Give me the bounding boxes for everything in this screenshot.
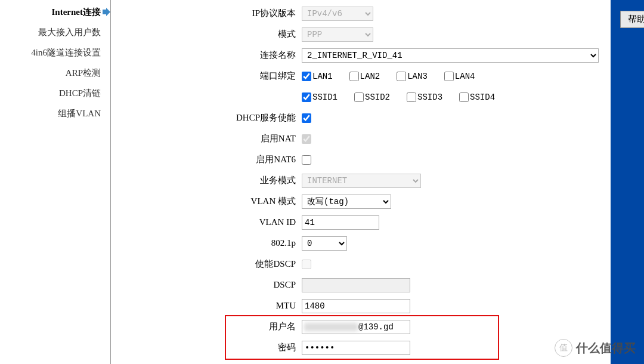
checkbox-lan3[interactable] <box>397 72 406 81</box>
checkbox-ssid1[interactable] <box>302 92 311 102</box>
checkbox-ssid2[interactable] <box>354 92 364 102</box>
username-suffix: @139.gd <box>358 322 394 332</box>
checkbox-label-ssid1: SSID1 <box>312 92 338 102</box>
label-vlan-id: VLAN ID <box>129 217 302 227</box>
main-form: IP协议版本 IPv4/v6 模式 PPP 连接名称 2_INTERNET_R_… <box>111 0 611 364</box>
checkbox-label-lan1: LAN1 <box>312 72 333 81</box>
svg-marker-0 <box>103 8 110 16</box>
checkbox-lan2[interactable] <box>349 72 359 81</box>
checkbox-nat <box>302 134 311 144</box>
checkbox-label-lan3: LAN3 <box>407 72 428 81</box>
label-mtu: MTU <box>129 301 302 311</box>
select-vlan-mode[interactable]: 改写(tag) <box>302 195 391 209</box>
label-dscp-enable: 使能DSCP <box>129 258 302 270</box>
select-8021p[interactable]: 0 <box>302 236 347 251</box>
username-masked-part <box>305 323 358 331</box>
watermark-icon: 值 <box>555 339 572 357</box>
sidebar-item-dhcpclear[interactable]: DHCP清链 <box>0 83 110 103</box>
input-mtu[interactable] <box>302 299 410 313</box>
input-username[interactable]: @139.gd <box>302 320 410 334</box>
label-mode: 模式 <box>129 29 302 40</box>
sidebar-item-arp[interactable]: ARP检测 <box>0 63 110 83</box>
label-password: 密码 <box>129 342 302 353</box>
label-dhcp-enable: DHCP服务使能 <box>129 112 302 124</box>
sidebar-item-multicastvlan[interactable]: 组播VLAN <box>0 103 110 124</box>
checkbox-lan4[interactable] <box>444 72 454 81</box>
label-username: 用户名 <box>129 321 302 332</box>
checkbox-dscp-enable <box>302 260 311 269</box>
sidebar-item-label: 组播VLAN <box>58 109 101 118</box>
checkbox-label-ssid4: SSID4 <box>470 92 495 102</box>
checkbox-label-ssid2: SSID2 <box>365 92 390 102</box>
checkbox-ssid4[interactable] <box>459 92 469 102</box>
label-dscp: DSCP <box>129 280 302 290</box>
select-conn-name[interactable]: 2_INTERNET_R_VID_41 <box>302 48 599 63</box>
label-nat6: 启用NAT6 <box>129 154 302 165</box>
input-password[interactable] <box>302 341 410 355</box>
input-vlan-id[interactable] <box>302 215 379 230</box>
checkbox-label-lan4: LAN4 <box>455 72 475 81</box>
sidebar-item-label: 4in6隧道连接设置 <box>31 48 101 57</box>
label-port-bind: 端口绑定 <box>129 70 302 82</box>
select-ip-protocol: IPv4/v6 <box>302 7 373 21</box>
label-8021p: 802.1p <box>129 238 302 248</box>
arrow-right-icon <box>103 6 110 20</box>
select-mode: PPP <box>302 27 373 42</box>
sidebar-item-internet[interactable]: Internet连接 <box>0 2 110 22</box>
help-button[interactable]: 帮助 <box>620 11 644 28</box>
sidebar-item-label: 最大接入用户数 <box>38 27 101 37</box>
right-panel: 帮助 <box>611 0 644 364</box>
label-ip-protocol: IP协议版本 <box>129 8 302 19</box>
checkbox-dhcp-enable[interactable] <box>302 113 311 123</box>
checkbox-nat6[interactable] <box>302 155 311 165</box>
label-conn-name: 连接名称 <box>129 50 302 61</box>
sidebar-item-label: Internet连接 <box>52 7 101 17</box>
input-dscp <box>302 278 410 292</box>
watermark-text: 什么值得买 <box>576 340 636 356</box>
sidebar: Internet连接 最大接入用户数 4in6隧道连接设置 ARP检测 DHCP… <box>0 0 111 364</box>
checkbox-label-ssid3: SSID3 <box>417 92 442 102</box>
checkbox-label-lan2: LAN2 <box>360 72 380 81</box>
checkbox-ssid3[interactable] <box>407 92 416 102</box>
label-vlan-mode: VLAN 模式 <box>129 196 302 207</box>
checkbox-lan1[interactable] <box>302 72 311 81</box>
watermark: 值 什么值得买 <box>555 339 636 357</box>
label-nat: 启用NAT <box>129 133 302 144</box>
sidebar-item-4in6[interactable]: 4in6隧道连接设置 <box>0 42 110 63</box>
sidebar-item-label: ARP检测 <box>66 68 101 78</box>
label-svc-mode: 业务模式 <box>129 175 302 186</box>
sidebar-item-maxusers[interactable]: 最大接入用户数 <box>0 22 110 42</box>
select-svc-mode: INTERNET <box>302 174 421 188</box>
sidebar-item-label: DHCP清链 <box>59 88 101 98</box>
